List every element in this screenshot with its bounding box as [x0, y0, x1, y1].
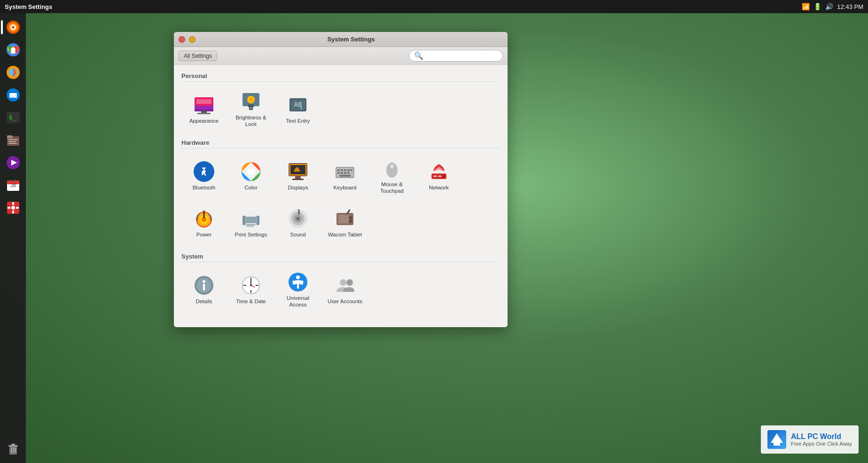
svg-rect-95	[338, 215, 350, 223]
svg-rect-103	[203, 284, 205, 290]
mouse-touchpad-label: Mouse & Touchpad	[373, 181, 411, 195]
svg-rect-28	[8, 207, 10, 209]
window-titlebar: System Settings	[174, 32, 508, 47]
svg-point-114	[296, 275, 300, 279]
sidebar-item-files[interactable]	[3, 130, 23, 150]
svg-rect-60	[292, 179, 304, 180]
svg-point-97	[349, 220, 352, 223]
all-settings-label: All Settings	[184, 53, 212, 59]
power-icon	[193, 207, 215, 230]
svg-rect-38	[196, 99, 211, 104]
topbar-time: 12:43 PM	[837, 3, 863, 10]
appearance-label: Appearance	[189, 118, 219, 125]
wacom-tablet-icon	[334, 207, 356, 230]
all-settings-button[interactable]: All Settings	[179, 51, 217, 61]
keyboard-label: Keyboard	[333, 185, 356, 191]
svg-rect-27	[12, 211, 14, 213]
search-input[interactable]	[426, 53, 498, 59]
brightness-lock-icon	[240, 90, 262, 113]
topbar-title: System Settings	[5, 3, 52, 10]
svg-point-3	[12, 26, 15, 29]
time-date-item[interactable]: Time & Date	[228, 267, 274, 312]
sound-item[interactable]: Sound	[275, 200, 321, 245]
close-button[interactable]	[179, 36, 185, 43]
details-item[interactable]: Details	[181, 267, 227, 312]
sidebar-item-trash[interactable]	[3, 439, 23, 459]
color-icon	[240, 160, 262, 183]
details-label: Details	[195, 298, 212, 305]
user-accounts-item[interactable]: User Accounts	[322, 267, 368, 312]
svg-rect-22	[10, 180, 12, 182]
universal-access-icon	[287, 271, 309, 293]
time-date-icon	[240, 274, 262, 297]
svg-rect-41	[197, 113, 211, 114]
watermark-title: ALL PC World	[791, 432, 852, 441]
watermark-logo	[767, 430, 786, 449]
personal-section-title: Personal	[181, 72, 500, 82]
svg-rect-34	[13, 447, 14, 453]
sidebar-item-thunderbird[interactable]	[3, 85, 23, 105]
bluetooth-icon	[193, 160, 215, 183]
svg-point-89	[256, 218, 258, 220]
svg-point-93	[297, 217, 299, 220]
mouse-touchpad-item[interactable]: Mouse & Touchpad	[369, 153, 414, 198]
svg-rect-79	[438, 175, 442, 177]
svg-text:28: 28	[10, 183, 16, 188]
svg-point-115	[340, 279, 346, 286]
minimize-button[interactable]	[189, 36, 195, 43]
wacom-tablet-label: Wacom Tablet	[328, 232, 362, 238]
search-icon: 🔍	[414, 51, 423, 60]
print-settings-label: Print Settings	[235, 232, 267, 238]
desktop: System Settings 📶 🔋 🔊 12:43 PM	[0, 0, 868, 463]
svg-rect-14	[8, 139, 18, 140]
svg-rect-33	[11, 447, 12, 453]
sidebar-item-chrome[interactable]	[3, 39, 23, 60]
svg-rect-23	[15, 180, 16, 182]
svg-text:AB: AB	[294, 101, 302, 108]
personal-section: Personal	[181, 72, 500, 132]
wacom-tablet-item[interactable]: Wacom Tablet	[322, 200, 368, 245]
svg-rect-51	[301, 105, 302, 110]
sidebar-item-rhythmbox[interactable]	[3, 152, 23, 173]
svg-rect-78	[433, 175, 437, 177]
sidebar-item-calendar[interactable]: 28	[3, 175, 23, 196]
sidebar-item-dash[interactable]	[3, 17, 23, 38]
text-entry-icon: AB	[287, 94, 309, 116]
watermark-subtitle: Free Apps One Click Away	[791, 441, 852, 447]
svg-rect-13	[7, 135, 13, 138]
displays-item[interactable]: Displays	[275, 153, 321, 198]
svg-point-116	[346, 279, 353, 286]
sidebar: $_ 28	[0, 13, 26, 463]
appearance-item[interactable]: Appearance	[181, 86, 227, 132]
search-bar[interactable]: 🔍	[409, 50, 503, 62]
svg-point-55	[247, 168, 255, 175]
sidebar-item-firefox[interactable]	[3, 62, 23, 83]
keyboard-item[interactable]: Keyboard	[322, 153, 368, 198]
color-item[interactable]: Color	[228, 153, 274, 198]
svg-rect-47	[250, 107, 252, 109]
brightness-lock-item[interactable]: Brightness & Lock	[228, 86, 274, 132]
print-settings-item[interactable]: Print Settings	[228, 200, 274, 245]
sidebar-item-terminal[interactable]: $_	[3, 107, 23, 128]
system-section: System Details	[181, 253, 500, 312]
sound-icon	[287, 207, 309, 230]
svg-marker-117	[771, 433, 783, 443]
settings-window: System Settings All Settings 🔍 Personal	[174, 32, 508, 327]
svg-point-96	[349, 216, 352, 220]
hardware-section-title: Hardware	[181, 139, 500, 149]
universal-access-label: Universal Access	[279, 295, 317, 308]
power-item[interactable]: Power	[181, 200, 227, 245]
power-icon: 🔋	[813, 3, 821, 10]
universal-access-item[interactable]: Universal Access	[275, 267, 321, 312]
text-entry-item[interactable]: AB Text Entry	[275, 86, 321, 132]
mouse-touchpad-icon	[381, 157, 403, 180]
svg-rect-65	[344, 169, 346, 171]
appearance-icon	[193, 94, 215, 116]
network-item[interactable]: Network	[416, 153, 461, 198]
bluetooth-item[interactable]: Bluetooth	[181, 153, 227, 198]
svg-rect-32	[11, 444, 15, 446]
svg-point-102	[203, 280, 205, 283]
sidebar-item-settings-tool[interactable]	[3, 197, 23, 218]
svg-point-6	[11, 47, 16, 52]
watermark: ALL PC World Free Apps One Click Away	[761, 425, 859, 454]
